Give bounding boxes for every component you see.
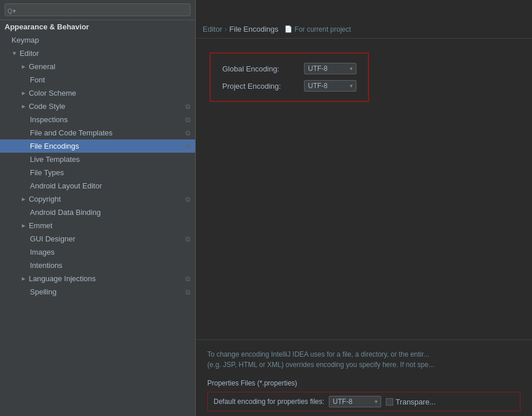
global-encoding-label: Global Encoding: bbox=[222, 65, 297, 73]
sidebar-item-label: Copyright bbox=[29, 195, 61, 203]
sidebar-item-label: File Types bbox=[30, 168, 64, 177]
project-badge-label: For current project bbox=[295, 25, 351, 33]
copy-icon: ⧉ bbox=[185, 116, 191, 124]
sidebar-item-keymap[interactable]: Keymap bbox=[0, 33, 195, 47]
copy-icon: ⧉ bbox=[185, 275, 191, 283]
sidebar-item-gui-designer[interactable]: GUI Designer⧉ bbox=[0, 232, 195, 245]
properties-section: Properties Files (*.properties) Default … bbox=[196, 375, 532, 416]
default-encoding-label: Default encoding for properties files: bbox=[214, 398, 324, 406]
copy-icon: ⧉ bbox=[185, 288, 191, 296]
copy-icon: ⧉ bbox=[185, 235, 191, 243]
sidebar-item-inspections[interactable]: Inspections⧉ bbox=[0, 113, 195, 126]
sidebar-item-general[interactable]: General bbox=[0, 60, 195, 73]
global-encoding-select[interactable]: UTF-8 UTF-16 ISO-8859-1 bbox=[304, 63, 356, 74]
arrow-icon bbox=[12, 50, 17, 56]
sidebar-item-label: Keymap bbox=[12, 36, 39, 44]
transparent-checkbox[interactable] bbox=[386, 398, 393, 406]
properties-title: Properties Files (*.properties) bbox=[207, 379, 520, 387]
sidebar-item-file-types[interactable]: File Types bbox=[0, 166, 195, 179]
sidebar-item-language-injections[interactable]: Language Injections⧉ bbox=[0, 272, 195, 285]
sidebar-item-label: Android Layout Editor bbox=[30, 181, 102, 190]
project-badge: For current project bbox=[284, 25, 351, 33]
description-line1: To change encoding IntelliJ IDEA uses fo… bbox=[207, 349, 520, 360]
sidebar: Appearance & BehaviorKeymapEditorGeneral… bbox=[0, 20, 196, 416]
sidebar-item-label: Android Data Binding bbox=[30, 208, 101, 217]
sidebar-item-label: File Encodings bbox=[30, 142, 79, 150]
sidebar-item-label: GUI Designer bbox=[30, 235, 75, 243]
transparent-label: Transpare... bbox=[396, 398, 436, 406]
sidebar-item-copyright[interactable]: Copyright⧉ bbox=[0, 192, 195, 206]
sidebar-item-file-and-code-templates[interactable]: File and Code Templates⧉ bbox=[0, 126, 195, 139]
transparent-checkbox-wrapper: Transpare... bbox=[386, 398, 436, 406]
sidebar-item-label: Code Style bbox=[29, 102, 66, 111]
global-encoding-row: Global Encoding: UTF-8 UTF-16 ISO-8859-1 bbox=[222, 63, 356, 74]
sidebar-item-label: Font bbox=[30, 75, 45, 84]
sidebar-item-label: Appearance & Behavior bbox=[5, 22, 89, 31]
arrow-icon bbox=[21, 275, 26, 282]
copy-icon: ⧉ bbox=[185, 142, 191, 150]
copy-icon: ⧉ bbox=[185, 195, 191, 203]
project-encoding-row: Project Encoding: UTF-8 UTF-16 ISO-8859-… bbox=[222, 80, 356, 92]
sidebar-item-android-layout-editor[interactable]: Android Layout Editor bbox=[0, 179, 195, 192]
arrow-icon bbox=[21, 196, 26, 202]
arrow-icon bbox=[21, 90, 26, 96]
sidebar-item-editor[interactable]: Editor bbox=[0, 47, 195, 60]
global-encoding-select-wrapper: UTF-8 UTF-16 ISO-8859-1 bbox=[304, 63, 356, 74]
sidebar-item-font[interactable]: Font bbox=[0, 73, 195, 86]
breadcrumb-parent: Editor bbox=[203, 25, 222, 33]
properties-encoding-select-wrapper: UTF-8 UTF-16 ISO-8859-1 bbox=[329, 396, 381, 407]
sidebar-item-color-scheme[interactable]: Color Scheme bbox=[0, 86, 195, 100]
search-input[interactable] bbox=[5, 3, 191, 16]
sidebar-item-label: Language Injections bbox=[29, 274, 96, 283]
sidebar-item-label: Live Templates bbox=[30, 155, 79, 164]
sidebar-item-label: Intentions bbox=[30, 261, 62, 270]
sidebar-item-label: General bbox=[29, 62, 55, 71]
breadcrumb-separator: › bbox=[225, 25, 227, 33]
sidebar-item-code-style[interactable]: Code Style⧉ bbox=[0, 100, 195, 113]
encoding-settings-panel: Global Encoding: UTF-8 UTF-16 ISO-8859-1… bbox=[210, 52, 369, 102]
arrow-icon bbox=[21, 222, 26, 229]
sidebar-item-label: Spelling bbox=[30, 288, 56, 296]
sidebar-item-intentions[interactable]: Intentions bbox=[0, 259, 195, 272]
sidebar-item-label: Editor bbox=[20, 49, 39, 58]
sidebar-item-label: Emmet bbox=[29, 221, 52, 230]
copy-icon: ⧉ bbox=[185, 129, 191, 137]
arrow-icon bbox=[21, 103, 26, 109]
sidebar-item-label: Images bbox=[30, 248, 55, 256]
copy-icon: ⧉ bbox=[185, 103, 191, 111]
sidebar-item-android-data-binding[interactable]: Android Data Binding bbox=[0, 206, 195, 219]
sidebar-item-emmet[interactable]: Emmet bbox=[0, 219, 195, 232]
sidebar-item-spelling[interactable]: Spelling⧉ bbox=[0, 285, 195, 298]
top-bar: Q▾ bbox=[0, 0, 532, 20]
sidebar-item-label: Inspections bbox=[30, 115, 68, 124]
description-line2: (e.g. JSP, HTML or XML) overrides encodi… bbox=[207, 360, 520, 370]
sidebar-item-images[interactable]: Images bbox=[0, 245, 195, 259]
project-encoding-select-wrapper: UTF-8 UTF-16 ISO-8859-1 bbox=[304, 80, 356, 92]
description-text: To change encoding IntelliJ IDEA uses fo… bbox=[196, 339, 532, 375]
sidebar-item-label: Color Scheme bbox=[29, 89, 76, 97]
sidebar-item-live-templates[interactable]: Live Templates bbox=[0, 153, 195, 166]
properties-encoding-select[interactable]: UTF-8 UTF-16 ISO-8859-1 bbox=[329, 396, 381, 407]
breadcrumb-current: File Encodings bbox=[229, 25, 278, 33]
main-layout: Appearance & BehaviorKeymapEditorGeneral… bbox=[0, 20, 532, 416]
project-encoding-label: Project Encoding: bbox=[222, 82, 297, 90]
top-bar-right bbox=[196, 0, 532, 20]
content-area: Editor › File Encodings For current proj… bbox=[196, 20, 532, 416]
search-bar-container: Q▾ bbox=[0, 0, 196, 20]
breadcrumb: Editor › File Encodings For current proj… bbox=[196, 20, 532, 39]
sidebar-item-label: File and Code Templates bbox=[30, 128, 113, 137]
sidebar-item-appearance-behavior[interactable]: Appearance & Behavior bbox=[0, 20, 195, 33]
arrow-icon bbox=[21, 63, 26, 70]
project-encoding-select[interactable]: UTF-8 UTF-16 ISO-8859-1 bbox=[304, 80, 356, 92]
properties-border-box: Default encoding for properties files: U… bbox=[207, 392, 520, 411]
sidebar-item-file-encodings[interactable]: File Encodings⧉ bbox=[0, 139, 195, 153]
